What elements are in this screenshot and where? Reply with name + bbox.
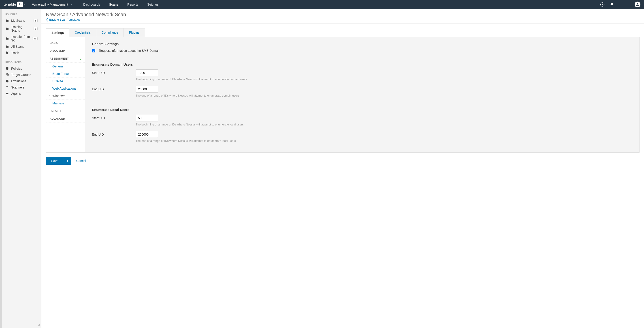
- sidebar-item-transfer-from-sc[interactable]: Transfer from SC 36: [2, 34, 41, 44]
- primary-nav: Dashboards Scans Reports Settings: [79, 0, 163, 9]
- brand-logo[interactable]: tenable ™: [4, 2, 25, 8]
- save-button-group: Save ▼: [46, 157, 71, 165]
- shield-icon: [5, 67, 9, 70]
- save-button[interactable]: Save: [46, 157, 64, 165]
- settings-sub-malware[interactable]: Malware: [46, 100, 85, 107]
- back-link-label: Back to Scan Templates: [49, 18, 80, 21]
- sidebar-item-label: Policies: [11, 67, 38, 70]
- folder-icon: [5, 45, 9, 48]
- domain-end-uid-row: End UID: [92, 86, 632, 93]
- topbar-right: ?: [600, 2, 640, 8]
- sidebar-item-label: Transfer from SC: [11, 35, 30, 42]
- folder-icon: [5, 27, 9, 31]
- sidebar-item-agents[interactable]: Agents: [2, 91, 41, 97]
- nav-settings[interactable]: Settings: [143, 0, 163, 9]
- domain-start-uid-row: Start UID: [92, 69, 632, 76]
- settings-sub-web-applications[interactable]: Web Applications: [46, 85, 85, 92]
- tab-plugins[interactable]: Plugins: [124, 28, 145, 37]
- brand-name: tenable: [4, 2, 16, 7]
- scanner-icon: [5, 86, 9, 89]
- cancel-button[interactable]: Cancel: [76, 159, 86, 163]
- settings-cat-discovery[interactable]: DISCOVERY ›: [46, 47, 85, 55]
- chevron-right-icon: ›: [80, 110, 82, 112]
- sidebar-item-label: Exclusions: [11, 79, 38, 83]
- enumerate-local-title: Enumerate Local Users: [92, 108, 632, 112]
- trash-icon: [5, 51, 9, 55]
- local-end-uid-row: End UID: [92, 131, 632, 138]
- domain-start-uid-help: The beginning of a range of IDs where Ne…: [136, 78, 632, 81]
- local-start-uid-row: Start UID: [92, 115, 632, 121]
- local-start-uid-input[interactable]: [136, 115, 158, 121]
- sidebar-item-my-scans[interactable]: My Scans 5: [2, 18, 41, 24]
- sidebar-item-trash[interactable]: Trash: [2, 50, 41, 56]
- svg-point-5: [7, 75, 8, 75]
- form-area: General Settings Request information abo…: [85, 37, 639, 152]
- chevron-right-icon: ›: [80, 50, 82, 52]
- folders-heading: FOLDERS: [2, 13, 41, 18]
- left-sidebar: FOLDERS My Scans 5 Training Scans 1 Tran…: [0, 9, 42, 328]
- sidebar-collapse-button[interactable]: «: [38, 323, 40, 327]
- enumerate-domain-title: Enumerate Domain Users: [92, 63, 632, 66]
- tab-settings[interactable]: Settings: [46, 29, 69, 37]
- bell-icon[interactable]: [610, 2, 614, 7]
- svg-rect-9: [6, 93, 8, 94]
- brand-trademark: ™: [24, 4, 25, 6]
- chevron-left-icon: ❮: [46, 18, 48, 21]
- settings-sub-scada[interactable]: SCADA: [46, 78, 85, 85]
- back-to-templates-link[interactable]: ❮ Back to Scan Templates: [46, 18, 80, 21]
- sidebar-item-all-scans[interactable]: All Scans: [2, 44, 41, 50]
- end-uid-label: End UID: [92, 87, 136, 91]
- sidebar-item-count: 36: [32, 37, 38, 40]
- sidebar-item-label: My Scans: [11, 19, 31, 22]
- settings-cat-label: ASSESSMENT: [50, 57, 69, 60]
- smb-domain-row: Request information about the SMB Domain: [92, 49, 632, 52]
- local-end-uid-input[interactable]: [136, 131, 158, 138]
- domain-start-uid-input[interactable]: [136, 69, 158, 76]
- user-avatar[interactable]: [634, 2, 640, 8]
- bottom-actions: Save ▼ Cancel: [42, 152, 644, 169]
- page-title: New Scan / Advanced Network Scan: [46, 12, 640, 18]
- settings-cat-label: DISCOVERY: [50, 49, 66, 52]
- settings-sub-windows[interactable]: Windows: [46, 92, 85, 100]
- svg-rect-7: [6, 81, 8, 81]
- domain-end-uid-input[interactable]: [136, 86, 158, 93]
- start-uid-label: Start UID: [92, 116, 136, 120]
- svg-point-8: [7, 88, 8, 88]
- settings-cat-report[interactable]: REPORT ›: [46, 107, 85, 115]
- smb-domain-checkbox[interactable]: [92, 49, 95, 52]
- settings-cat-advanced[interactable]: ADVANCED ›: [46, 115, 85, 123]
- sidebar-item-target-groups[interactable]: Target Groups: [2, 72, 41, 78]
- sidebar-item-exclusions[interactable]: Exclusions: [2, 78, 41, 84]
- settings-cat-basic[interactable]: BASIC ›: [46, 39, 85, 47]
- settings-cat-assessment[interactable]: ASSESSMENT ⌄: [46, 55, 85, 63]
- sidebar-item-count: 5: [34, 19, 38, 22]
- help-icon[interactable]: ?: [600, 2, 604, 7]
- tab-credentials[interactable]: Credentials: [69, 28, 96, 37]
- chevron-right-icon: ›: [80, 117, 82, 120]
- divider: [92, 57, 632, 57]
- chevron-down-icon: ▼: [70, 3, 72, 6]
- sidebar-item-training-scans[interactable]: Training Scans 1: [2, 24, 41, 34]
- nav-scans[interactable]: Scans: [105, 0, 123, 9]
- nav-dashboards[interactable]: Dashboards: [79, 0, 105, 9]
- sidebar-item-policies[interactable]: Policies: [2, 65, 41, 72]
- sidebar-item-label: Trash: [11, 51, 38, 55]
- app-switcher[interactable]: Vulnerability Management ▼: [32, 3, 76, 6]
- settings-sub-general[interactable]: General: [46, 63, 85, 70]
- settings-cat-label: REPORT: [50, 109, 61, 112]
- settings-panel: BASIC › DISCOVERY › ASSESSMENT ⌄ General…: [46, 37, 640, 152]
- main-layout: FOLDERS My Scans 5 Training Scans 1 Tran…: [0, 9, 644, 328]
- save-dropdown-button[interactable]: ▼: [64, 157, 71, 165]
- settings-cat-label: ADVANCED: [50, 117, 65, 120]
- sidebar-item-label: Target Groups: [11, 73, 38, 77]
- tab-compliance[interactable]: Compliance: [96, 28, 124, 37]
- chevron-down-icon: ⌄: [80, 57, 82, 60]
- start-uid-label: Start UID: [92, 71, 136, 75]
- end-uid-label: End UID: [92, 133, 136, 136]
- svg-text:?: ?: [602, 3, 603, 6]
- sidebar-item-scanners[interactable]: Scanners: [2, 84, 41, 91]
- agent-icon: [5, 92, 9, 95]
- nav-reports[interactable]: Reports: [123, 0, 143, 9]
- settings-sub-brute-force[interactable]: Brute Force: [46, 70, 85, 78]
- target-icon: [5, 73, 9, 77]
